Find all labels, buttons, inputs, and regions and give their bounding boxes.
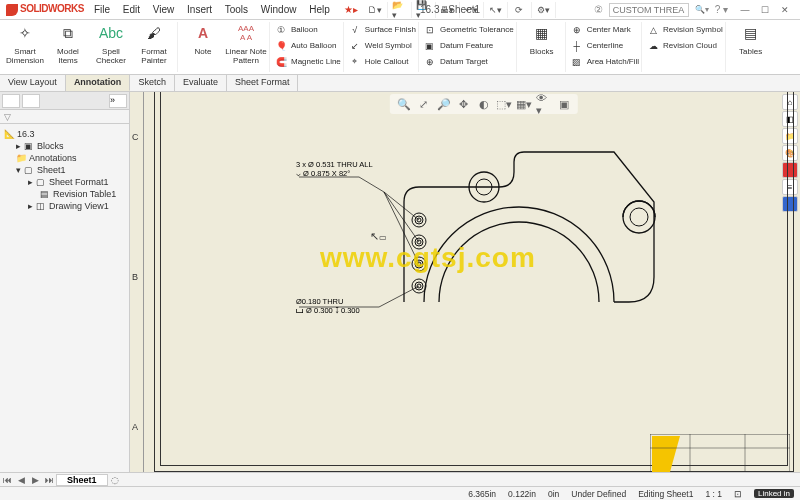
hole-callout-2[interactable]: Ø0.180 THRU ⌴ Ø 0.300 ↧ 0.300 — [296, 297, 360, 315]
sheet-nav-last-icon[interactable]: ⏭ — [42, 475, 56, 485]
datum-target-button[interactable]: ⊕Datum Target — [423, 54, 514, 69]
tab-sketch[interactable]: Sketch — [130, 75, 175, 91]
sheet-tab-bar: ⏮ ◀ ▶ ⏭ Sheet1 ◌ — [0, 472, 800, 486]
sheet-add-icon[interactable]: ◌ — [108, 475, 122, 485]
dimension-icon: ✧ — [13, 22, 37, 46]
status-extra-icon[interactable]: ⊡ — [734, 489, 742, 499]
menu-help[interactable]: Help — [309, 4, 330, 15]
app-logo: SOLIDWORKS — [6, 3, 84, 15]
flyout-toggle-icon[interactable]: ★▸ — [344, 4, 358, 15]
collapse-icon[interactable]: ▾ — [16, 165, 21, 175]
svg-line-21 — [379, 286, 419, 307]
svg-line-16 — [384, 192, 419, 220]
menu-window[interactable]: Window — [261, 4, 297, 15]
revision-cloud-button[interactable]: ☁Revision Cloud — [646, 38, 723, 53]
ruler-tick-b: B — [132, 272, 138, 282]
note-icon: A — [191, 22, 215, 46]
tree-sheet-format1[interactable]: ▸▢Sheet Format1 — [4, 176, 125, 188]
weld-symbol-button[interactable]: ↙Weld Symbol — [348, 38, 416, 53]
sheet-nav-next-icon[interactable]: ▶ — [28, 475, 42, 485]
fm-tab-property[interactable] — [22, 94, 40, 108]
menu-file[interactable]: File — [94, 4, 110, 15]
datum-feature-button[interactable]: ▣Datum Feature — [423, 38, 514, 53]
hole-callout-1[interactable]: 3 x Ø 0.531 THRU ALL ⌵ Ø 0.875 X 82° — [296, 160, 373, 178]
sheet-format-icon: ▢ — [36, 177, 46, 187]
surface-finish-button[interactable]: √Surface Finish — [348, 22, 416, 37]
hole-callout-button[interactable]: ⌖Hole Callout — [348, 54, 416, 69]
balloon-button[interactable]: ①Balloon — [274, 22, 341, 37]
search-input[interactable] — [609, 3, 689, 17]
options-icon[interactable]: ⚙▾ — [536, 2, 556, 18]
note-button[interactable]: ANote — [182, 22, 224, 72]
tab-evaluate[interactable]: Evaluate — [175, 75, 227, 91]
expand-icon[interactable]: ▸ — [28, 201, 33, 211]
status-y: 0.122in — [508, 489, 536, 499]
datum-feature-icon: ▣ — [423, 39, 437, 53]
ruler-tick-c: C — [132, 132, 139, 142]
sheet-nav-prev-icon[interactable]: ◀ — [14, 475, 28, 485]
menu-insert[interactable]: Insert — [187, 4, 212, 15]
centerline-button[interactable]: ┼Centerline — [570, 38, 639, 53]
vertical-ruler: C B A — [130, 92, 144, 472]
auto-balloon-button[interactable]: 🎈Auto Balloon — [274, 38, 341, 53]
weld-symbol-icon: ↙ — [348, 39, 362, 53]
help-icon[interactable]: ? ▾ — [715, 4, 728, 15]
smart-dimension-button[interactable]: ✧Smart Dimension — [4, 22, 46, 72]
status-scale: 1 : 1 — [705, 489, 722, 499]
rev-table-icon: ▤ — [40, 189, 50, 199]
select-icon[interactable]: ↖▾ — [488, 2, 508, 18]
search-help-icon[interactable]: ② — [594, 4, 603, 15]
tree-sheet1[interactable]: ▾▢Sheet1 — [4, 164, 125, 176]
menu-tools[interactable]: Tools — [225, 4, 248, 15]
center-mark-button[interactable]: ⊕Center Mark — [570, 22, 639, 37]
tab-annotation[interactable]: Annotation — [66, 75, 131, 91]
tables-button[interactable]: ▤Tables — [730, 22, 772, 72]
tab-sheet-format[interactable]: Sheet Format — [227, 75, 299, 91]
fm-tab-feature-tree[interactable] — [2, 94, 20, 108]
cursor-icon: ↖▭ — [370, 230, 387, 243]
fm-filter-icon[interactable]: ▽ — [0, 110, 129, 124]
close-button[interactable]: ✕ — [776, 3, 794, 17]
menu-view[interactable]: View — [153, 4, 175, 15]
search-dropdown-icon[interactable]: 🔍▾ — [695, 5, 709, 14]
tree-annotations[interactable]: 📁Annotations — [4, 152, 125, 164]
blocks-button[interactable]: ▦Blocks — [521, 22, 563, 72]
rebuild-icon[interactable]: ⟳ — [512, 2, 532, 18]
new-icon[interactable]: 🗋▾ — [368, 2, 388, 18]
hole-callout-icon: ⌖ — [348, 55, 362, 69]
tables-icon: ▤ — [739, 22, 763, 46]
surface-finish-icon: √ — [348, 23, 362, 37]
revision-symbol-button[interactable]: △Revision Symbol — [646, 22, 723, 37]
tree-drawing-view1[interactable]: ▸◫Drawing View1 — [4, 200, 125, 212]
graphics-area[interactable]: C B A 🔍 ⤢ 🔎 ✥ ◐ ⬚▾ ▦▾ 👁▾ ▣ ⌂ ◧ 📁 🎨 ≡ — [130, 92, 800, 472]
format-painter-button[interactable]: 🖌Format Painter — [133, 22, 175, 72]
sheet-nav-first-icon[interactable]: ⏮ — [0, 475, 14, 485]
linear-note-pattern-button[interactable]: AAAA ALinear Note Pattern — [225, 22, 267, 72]
status-state: Under Defined — [571, 489, 626, 499]
gtol-icon: ⊡ — [423, 23, 437, 37]
tree-blocks[interactable]: ▸▣Blocks — [4, 140, 125, 152]
tab-view-layout[interactable]: View Layout — [0, 75, 66, 91]
menu-edit[interactable]: Edit — [123, 4, 140, 15]
fm-tab-config[interactable]: » — [109, 94, 127, 108]
minimize-button[interactable]: — — [736, 3, 754, 17]
maximize-button[interactable]: ☐ — [756, 3, 774, 17]
model-items-icon: ⧉ — [56, 22, 80, 46]
expand-icon[interactable]: ▸ — [28, 177, 33, 187]
tree-root[interactable]: 📐16.3 — [4, 128, 125, 140]
area-hatch-button[interactable]: ▨Area Hatch/Fill — [570, 54, 639, 69]
tree-revision-table1[interactable]: ▤Revision Table1 — [4, 188, 125, 200]
expand-icon[interactable]: ▸ — [16, 141, 21, 151]
spell-checker-button[interactable]: AbcSpell Checker — [90, 22, 132, 72]
open-icon[interactable]: 📂▾ — [392, 2, 412, 18]
magnetic-line-button[interactable]: 🧲Magnetic Line — [274, 54, 341, 69]
drawing-view[interactable]: 3 x Ø 0.531 THRU ALL ⌵ Ø 0.875 X 82° Ø0.… — [364, 142, 684, 346]
status-mode: Editing Sheet1 — [638, 489, 693, 499]
model-items-button[interactable]: ⧉Model Items — [47, 22, 89, 72]
format-painter-icon: 🖌 — [142, 22, 166, 46]
sheet-tab-sheet1[interactable]: Sheet1 — [56, 474, 108, 486]
rev-cloud-icon: ☁ — [646, 39, 660, 53]
auto-balloon-icon: 🎈 — [274, 39, 288, 53]
app-name: SOLIDWORKS — [20, 3, 84, 14]
geometric-tolerance-button[interactable]: ⊡Geometric Tolerance — [423, 22, 514, 37]
